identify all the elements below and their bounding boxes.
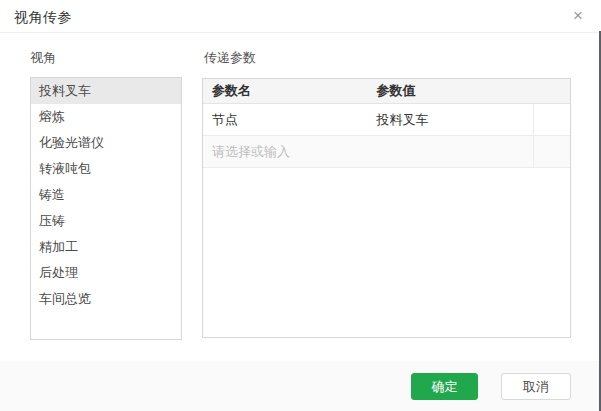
table-row: 节点 投料叉车: [203, 104, 570, 136]
column-header-extra: [533, 79, 570, 103]
row-extra-cell: [533, 104, 570, 135]
viewpoint-param-dialog: 视角传参 × 视角 传递参数 投料叉车 熔炼 化验光谱仪 转液吨包 铸造 压铸 …: [0, 0, 601, 411]
param-name-cell[interactable]: 节点: [203, 104, 368, 135]
viewpoint-section-label: 视角: [30, 49, 56, 67]
params-section-label: 传递参数: [204, 49, 256, 67]
viewpoint-list: 投料叉车 熔炼 化验光谱仪 转液吨包 铸造 压铸 精加工 后处理 车间总览: [30, 77, 182, 340]
table-row-new: 请选择或输入: [203, 136, 570, 168]
param-table: 参数名 参数值 节点 投料叉车 请选择或输入: [202, 78, 571, 338]
dialog-title: 视角传参: [14, 9, 72, 27]
viewpoint-item-post-processing[interactable]: 后处理: [31, 260, 181, 286]
column-header-param-value: 参数值: [368, 79, 534, 103]
param-value-input[interactable]: [368, 136, 534, 167]
viewpoint-item-casting[interactable]: 铸造: [31, 182, 181, 208]
viewpoint-item-workshop-overview[interactable]: 车间总览: [31, 286, 181, 312]
dialog-header: 视角传参 ×: [0, 0, 601, 33]
column-header-param-name: 参数名: [203, 79, 368, 103]
confirm-button[interactable]: 确定: [411, 373, 478, 400]
viewpoint-item-liquid-transfer[interactable]: 转液吨包: [31, 156, 181, 182]
viewpoint-item-die-casting[interactable]: 压铸: [31, 208, 181, 234]
param-name-input[interactable]: 请选择或输入: [203, 136, 368, 167]
cancel-button[interactable]: 取消: [501, 373, 571, 400]
param-table-header-row: 参数名 参数值: [203, 79, 570, 104]
dialog-footer: 确定 取消: [0, 361, 601, 411]
close-icon[interactable]: ×: [568, 6, 588, 26]
param-value-cell[interactable]: 投料叉车: [368, 104, 534, 135]
viewpoint-item-smelting[interactable]: 熔炼: [31, 104, 181, 130]
viewpoint-item-feeding-forklift[interactable]: 投料叉车: [31, 78, 181, 104]
viewpoint-item-spectrometer[interactable]: 化验光谱仪: [31, 130, 181, 156]
viewpoint-item-finishing[interactable]: 精加工: [31, 234, 181, 260]
row-extra-cell: [533, 136, 570, 167]
